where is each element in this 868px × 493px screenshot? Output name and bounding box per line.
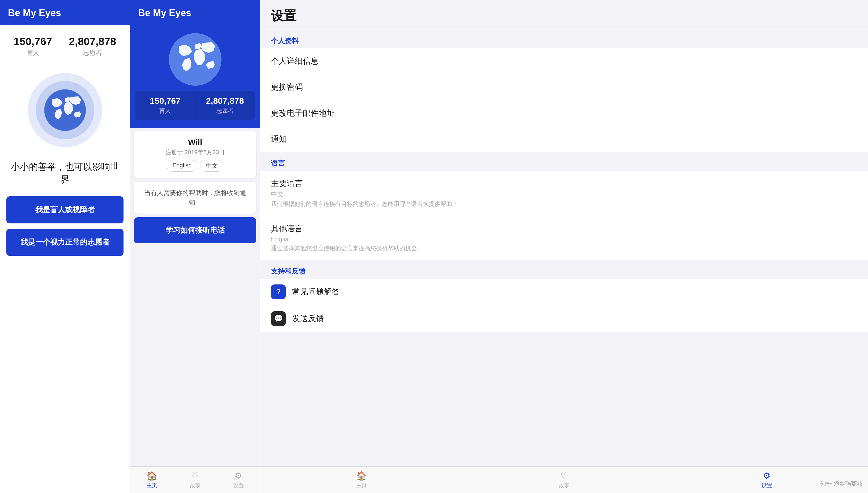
onboarding-stats: 150,767 盲人 2,807,878 志愿者 (0, 25, 130, 62)
change-password-label: 更换密码 (271, 83, 303, 91)
primary-language-sub: 中文 (271, 190, 857, 198)
tab-stories[interactable]: ♡ 故事 (174, 471, 217, 489)
notifications-label: 通知 (271, 134, 287, 143)
home-app-title: Be My Eyes (138, 7, 191, 18)
settings-icon: ⚙ (235, 471, 242, 481)
onboarding-app-title: Be My Eyes (8, 7, 61, 18)
other-language-sub: English (271, 235, 857, 243)
hero-volunteer-label: 志愿者 (198, 107, 252, 115)
home-header: Be My Eyes (130, 0, 260, 25)
hero-blind-stat: 150,767 盲人 (136, 91, 195, 120)
hero-blind-number: 150,767 (138, 96, 192, 106)
volunteer-button[interactable]: 我是一个视力正常的志愿者 (6, 229, 123, 256)
lang-tag-chinese: 中文 (201, 160, 223, 172)
settings-item-primary-language[interactable]: 主要语言 中文 我们根据他们的语言连接有目标的志愿者。您能用哪些语言来提供帮助？ (260, 171, 868, 216)
notification-card: 当有人需要你的帮助时，您将收到通知。 (134, 182, 256, 214)
settings-gear-icon: ⚙ (763, 471, 770, 481)
section-support-label: 支持和反馈 (260, 260, 868, 279)
user-card: Will 注册于 2019年8月23日 English 中文 (134, 131, 256, 178)
settings-tab-home[interactable]: 🏠 主页 (260, 471, 463, 489)
faq-label: 常见问题解答 (292, 286, 340, 297)
home-icon: 🏠 (147, 471, 157, 481)
learn-button[interactable]: 学习如何接听电话 (134, 217, 256, 243)
faq-icon: ? (276, 287, 281, 296)
other-language-desc: 通过选择其他您也会使用的语言来提高您获得帮助的机会。 (271, 244, 857, 253)
hero-blind-label: 盲人 (138, 107, 192, 115)
notification-text: 当有人需要你的帮助时，您将收到通知。 (144, 189, 246, 206)
hero-volunteer-stat: 2,807,878 志愿者 (195, 91, 255, 120)
settings-panel: 设置 个人资料 个人详细信息 更换密码 更改电子邮件地址 通知 语言 主要语言 … (260, 0, 868, 493)
faq-icon-box: ? (271, 284, 286, 299)
home-panel: Be My Eyes 150,767 (130, 0, 260, 493)
tagline: 小小的善举，也可以影响世界 (0, 153, 130, 196)
settings-body: 个人资料 个人详细信息 更换密码 更改电子邮件地址 通知 语言 主要语言 中文 … (260, 30, 868, 332)
settings-tab-stories[interactable]: ♡ 故事 (463, 471, 666, 489)
settings-item-change-email[interactable]: 更改电子邮件地址 (260, 100, 868, 126)
language-tags: English 中文 (139, 160, 251, 172)
user-since: 注册于 2019年8月23日 (139, 148, 251, 156)
tab-stories-label: 故事 (190, 482, 201, 489)
section-profile-label: 个人资料 (260, 30, 868, 48)
settings-tab-stories-label: 故事 (559, 482, 569, 489)
volunteer-number: 2,807,878 (69, 36, 116, 47)
globe-rings (28, 73, 102, 147)
tab-home[interactable]: 🏠 主页 (130, 471, 174, 489)
stories-icon: ♡ (191, 471, 199, 481)
settings-tab-home-label: 主页 (356, 482, 367, 489)
settings-tab-bar: 🏠 主页 ♡ 故事 ⚙ 设置 (260, 467, 868, 493)
change-email-label: 更改电子邮件地址 (271, 109, 335, 117)
watermark: 知乎 @数码荔枝 (820, 480, 863, 488)
profile-detail-label: 个人详细信息 (271, 57, 319, 65)
hero-volunteer-number: 2,807,878 (198, 96, 252, 106)
onboarding-header: Be My Eyes (0, 0, 130, 25)
settings-title: 设置 (271, 9, 297, 23)
primary-language-label: 主要语言 (271, 179, 303, 188)
settings-item-notifications[interactable]: 通知 (260, 126, 868, 152)
user-name: Will (139, 138, 251, 147)
globe-icon (44, 89, 86, 131)
settings-tab-settings-label: 设置 (762, 482, 772, 489)
tab-settings[interactable]: ⚙ 设置 (217, 471, 260, 489)
onboarding-buttons: 我是盲人或视障者 我是一个视力正常的志愿者 (0, 196, 130, 256)
feedback-icon-box: 💬 (271, 311, 286, 326)
volunteer-label: 志愿者 (69, 48, 116, 57)
onboarding-panel: Be My Eyes 150,767 盲人 2,807,878 志愿者 (0, 0, 130, 493)
settings-header: 设置 (260, 0, 868, 30)
home-tab-bar: 🏠 主页 ♡ 故事 ⚙ 设置 (130, 467, 260, 493)
hero-globe-icon (169, 33, 222, 86)
section-language-label: 语言 (260, 152, 868, 171)
settings-item-profile-detail[interactable]: 个人详细信息 (260, 48, 868, 74)
blind-number: 150,767 (14, 36, 52, 47)
feedback-icon: 💬 (274, 314, 283, 323)
settings-item-faq[interactable]: ? 常见问题解答 (260, 279, 868, 305)
hero-stats: 150,767 盲人 2,807,878 志愿者 (136, 91, 255, 120)
tab-settings-label: 设置 (233, 482, 244, 489)
settings-home-icon: 🏠 (356, 471, 367, 481)
settings-item-other-language[interactable]: 其他语言 English 通过选择其他您也会使用的语言来提高您获得帮助的机会。 (260, 216, 868, 260)
other-language-label: 其他语言 (271, 224, 303, 233)
settings-item-feedback[interactable]: 💬 发送反馈 (260, 305, 868, 332)
settings-stories-icon: ♡ (561, 471, 568, 481)
globe-container (0, 62, 130, 153)
feedback-label: 发送反馈 (292, 313, 324, 324)
lang-tag-english: English (167, 160, 197, 172)
blind-button[interactable]: 我是盲人或视障者 (6, 196, 123, 223)
primary-language-desc: 我们根据他们的语言连接有目标的志愿者。您能用哪些语言来提供帮助？ (271, 200, 857, 208)
blind-label: 盲人 (14, 48, 52, 57)
blind-stat: 150,767 盲人 (14, 36, 52, 57)
hero-card: 150,767 盲人 2,807,878 志愿者 (130, 25, 260, 128)
settings-item-change-password[interactable]: 更换密码 (260, 74, 868, 100)
volunteer-stat: 2,807,878 志愿者 (69, 36, 116, 57)
tab-home-label: 主页 (147, 482, 157, 489)
